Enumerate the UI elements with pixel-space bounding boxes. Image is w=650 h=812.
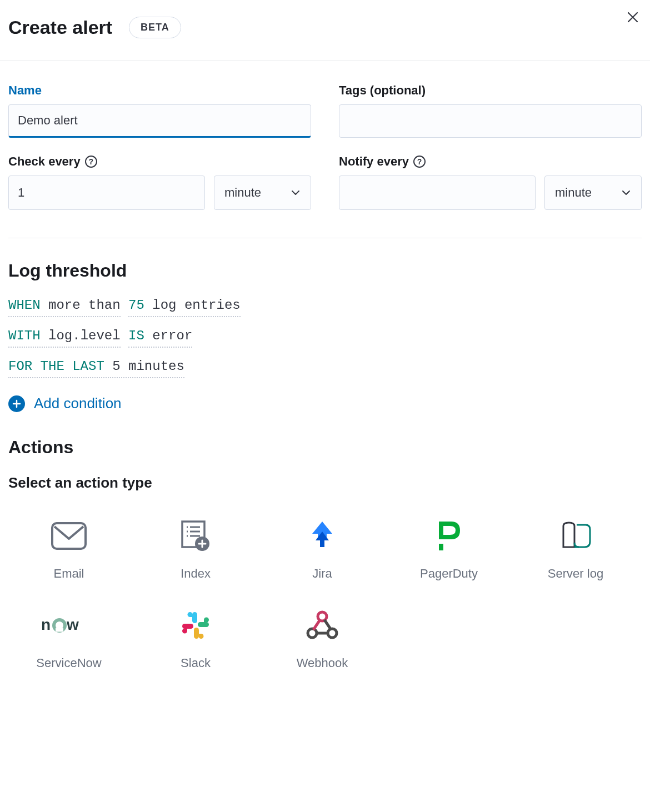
svg-rect-13 (198, 622, 209, 627)
condition-line-for[interactable]: FOR THE LAST 5 minutes (8, 359, 642, 378)
action-label: PagerDuty (420, 567, 478, 581)
log-threshold-title: Log threshold (8, 260, 642, 281)
add-condition-label: Add condition (34, 395, 122, 412)
check-every-label: Check every ? (8, 154, 311, 169)
name-input[interactable] (8, 104, 311, 138)
svg-rect-15 (182, 624, 193, 629)
select-action-subtitle: Select an action type (8, 474, 642, 492)
name-label: Name (8, 83, 311, 98)
serverlog-icon (558, 520, 593, 552)
action-type-slack[interactable]: Slack (135, 609, 256, 670)
select-value: minute (555, 186, 592, 200)
svg-rect-12 (192, 612, 197, 623)
action-type-email[interactable]: Email (8, 519, 129, 581)
action-label: ServiceNow (36, 656, 101, 670)
divider (8, 238, 642, 238)
close-button[interactable] (627, 11, 639, 23)
notify-every-unit-select[interactable]: minute (544, 176, 642, 210)
tags-input[interactable] (339, 104, 642, 138)
page-title: Create alert (8, 17, 112, 38)
svg-text:w: w (66, 616, 79, 633)
svg-text:n: n (41, 616, 51, 633)
condition-line-with[interactable]: WITH log.level IS error (8, 328, 642, 348)
chevron-down-icon (291, 188, 301, 198)
chevron-down-icon (621, 188, 631, 198)
plus-circle-icon (8, 395, 25, 412)
action-label: Email (53, 567, 84, 581)
action-type-webhook[interactable]: Webhook (262, 609, 383, 670)
action-type-servicenow[interactable]: n w ServiceNow (8, 609, 129, 670)
pagerduty-icon (436, 520, 462, 552)
action-label: Webhook (297, 656, 348, 670)
action-label: Index (181, 567, 211, 581)
webhook-icon (306, 610, 339, 641)
notify-every-label: Notify every ? (339, 154, 642, 169)
email-icon (51, 522, 87, 550)
select-value: minute (224, 186, 261, 200)
notify-every-input[interactable] (339, 176, 536, 210)
check-every-unit-select[interactable]: minute (214, 176, 311, 210)
action-label: Slack (181, 656, 211, 670)
add-condition-button[interactable]: Add condition (8, 395, 642, 412)
condition-line-when[interactable]: WHEN more than 75 log entries (8, 298, 642, 317)
action-type-serverlog[interactable]: Server log (515, 519, 636, 581)
close-icon (627, 11, 639, 23)
check-every-input[interactable] (8, 176, 205, 210)
action-label: Server log (548, 567, 603, 581)
index-icon (180, 520, 211, 552)
svg-point-17 (308, 629, 317, 638)
jira-icon (307, 520, 338, 552)
slack-icon (180, 610, 211, 641)
svg-point-18 (328, 629, 337, 638)
help-icon[interactable]: ? (413, 156, 426, 168)
tags-label: Tags (optional) (339, 83, 642, 98)
svg-rect-0 (52, 523, 86, 549)
servicenow-icon: n w (41, 615, 97, 635)
beta-badge: BETA (129, 17, 181, 38)
action-type-jira[interactable]: Jira (262, 519, 383, 581)
action-type-index[interactable]: Index (135, 519, 256, 581)
svg-rect-14 (194, 628, 199, 639)
action-label: Jira (312, 567, 332, 581)
action-type-pagerduty[interactable]: PagerDuty (388, 519, 509, 581)
help-icon[interactable]: ? (85, 156, 97, 168)
actions-title: Actions (8, 437, 642, 458)
